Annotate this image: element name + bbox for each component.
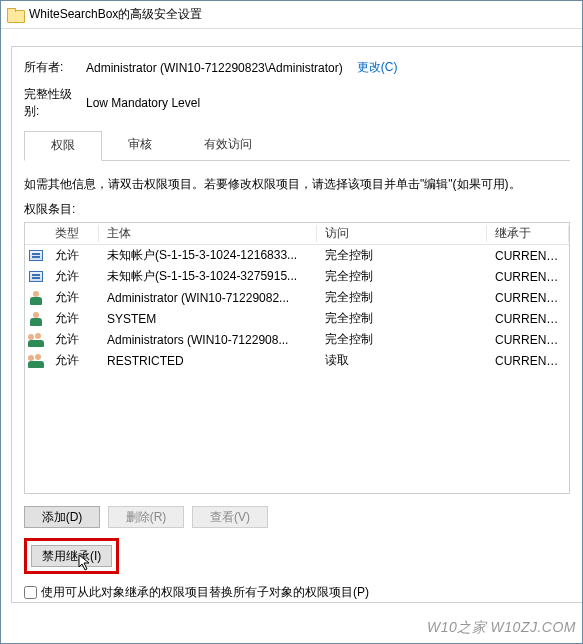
col-access[interactable]: 访问 — [317, 225, 487, 242]
cell-access: 完全控制 — [317, 268, 487, 285]
cell-inherited: CURRENT_USER — [487, 312, 569, 326]
hint-text: 如需其他信息，请双击权限项目。若要修改权限项目，请选择该项目并单击"编辑"(如果… — [24, 175, 570, 193]
cell-access: 完全控制 — [317, 310, 487, 327]
tab-label: 权限 — [51, 138, 75, 152]
folder-icon — [7, 8, 23, 21]
cell-access: 完全控制 — [317, 247, 487, 264]
table-header: 类型 主体 访问 继承于 — [25, 223, 569, 245]
cell-access: 完全控制 — [317, 289, 487, 306]
permissions-table: 类型 主体 访问 继承于 允许未知帐户(S-1-15-3-1024-121683… — [24, 222, 570, 494]
cell-principal: 未知帐户(S-1-15-3-1024-3275915... — [99, 268, 317, 285]
titlebar: WhiteSearchBox的高级安全设置 — [1, 1, 582, 29]
tab-effective-access[interactable]: 有效访问 — [178, 131, 278, 161]
cell-type: 允许 — [47, 247, 99, 264]
cell-type: 允许 — [47, 352, 99, 369]
tab-label: 有效访问 — [204, 137, 252, 151]
cell-inherited: CURRENT_USER — [487, 354, 569, 368]
window-title: WhiteSearchBox的高级安全设置 — [29, 6, 202, 23]
tab-permissions[interactable]: 权限 — [24, 131, 102, 161]
watermark: W10之家 W10ZJ.COM — [427, 619, 576, 637]
button-row: 添加(D) 删除(R) 查看(V) — [24, 506, 570, 528]
tab-auditing[interactable]: 审核 — [102, 131, 178, 161]
view-button: 查看(V) — [192, 506, 268, 528]
replace-children-label: 使用可从此对象继承的权限项目替换所有子对象的权限项目(P) — [41, 584, 369, 601]
replace-children-row: 使用可从此对象继承的权限项目替换所有子对象的权限项目(P) — [24, 584, 570, 601]
tabstrip: 权限 审核 有效访问 — [24, 130, 570, 161]
cell-access: 完全控制 — [317, 331, 487, 348]
dialog-body: 所有者: Administrator (WIN10-712290823\Admi… — [11, 46, 582, 603]
table-row[interactable]: 允许RESTRICTED读取CURRENT_USER — [25, 350, 569, 371]
table-row[interactable]: 允许Administrator (WIN10-71229082...完全控制CU… — [25, 287, 569, 308]
cell-type: 允许 — [47, 310, 99, 327]
integrity-value: Low Mandatory Level — [86, 96, 200, 110]
owner-row: 所有者: Administrator (WIN10-712290823\Admi… — [24, 59, 570, 76]
col-type[interactable]: 类型 — [47, 225, 99, 242]
owner-label: 所有者: — [24, 59, 86, 76]
table-body: 允许未知帐户(S-1-15-3-1024-1216833...完全控制CURRE… — [25, 245, 569, 371]
user-icon — [29, 291, 43, 305]
cell-inherited: CURRENT_USER — [487, 291, 569, 305]
change-owner-link[interactable]: 更改(C) — [357, 59, 398, 76]
cell-type: 允许 — [47, 289, 99, 306]
account-icon — [29, 250, 43, 261]
integrity-row: 完整性级别: Low Mandatory Level — [24, 86, 570, 120]
cell-principal: Administrators (WIN10-7122908... — [99, 333, 317, 347]
group-icon — [28, 354, 44, 368]
col-principal[interactable]: 主体 — [99, 225, 317, 242]
highlight-box: 禁用继承(I) — [24, 538, 119, 574]
group-icon — [28, 333, 44, 347]
replace-children-checkbox[interactable] — [24, 586, 37, 599]
table-row[interactable]: 允许未知帐户(S-1-15-3-1024-3275915...完全控制CURRE… — [25, 266, 569, 287]
cell-type: 允许 — [47, 268, 99, 285]
cell-principal: 未知帐户(S-1-15-3-1024-1216833... — [99, 247, 317, 264]
entries-label: 权限条目: — [24, 201, 570, 218]
window: WhiteSearchBox的高级安全设置 所有者: Administrator… — [0, 0, 583, 644]
add-button[interactable]: 添加(D) — [24, 506, 100, 528]
remove-button: 删除(R) — [108, 506, 184, 528]
cell-inherited: CURRENT_USER — [487, 270, 569, 284]
cell-principal: Administrator (WIN10-71229082... — [99, 291, 317, 305]
table-row[interactable]: 允许SYSTEM完全控制CURRENT_USER — [25, 308, 569, 329]
table-row[interactable]: 允许未知帐户(S-1-15-3-1024-1216833...完全控制CURRE… — [25, 245, 569, 266]
col-inherited[interactable]: 继承于 — [487, 225, 569, 242]
account-icon — [29, 271, 43, 282]
user-icon — [29, 312, 43, 326]
owner-value: Administrator (WIN10-712290823\Administr… — [86, 61, 343, 75]
cell-access: 读取 — [317, 352, 487, 369]
table-row[interactable]: 允许Administrators (WIN10-7122908...完全控制CU… — [25, 329, 569, 350]
integrity-label: 完整性级别: — [24, 86, 86, 120]
cell-inherited: CURRENT_USER — [487, 333, 569, 347]
cell-principal: RESTRICTED — [99, 354, 317, 368]
tab-label: 审核 — [128, 137, 152, 151]
cell-principal: SYSTEM — [99, 312, 317, 326]
disable-inheritance-button[interactable]: 禁用继承(I) — [31, 545, 112, 567]
cell-inherited: CURRENT_USER — [487, 249, 569, 263]
cell-type: 允许 — [47, 331, 99, 348]
